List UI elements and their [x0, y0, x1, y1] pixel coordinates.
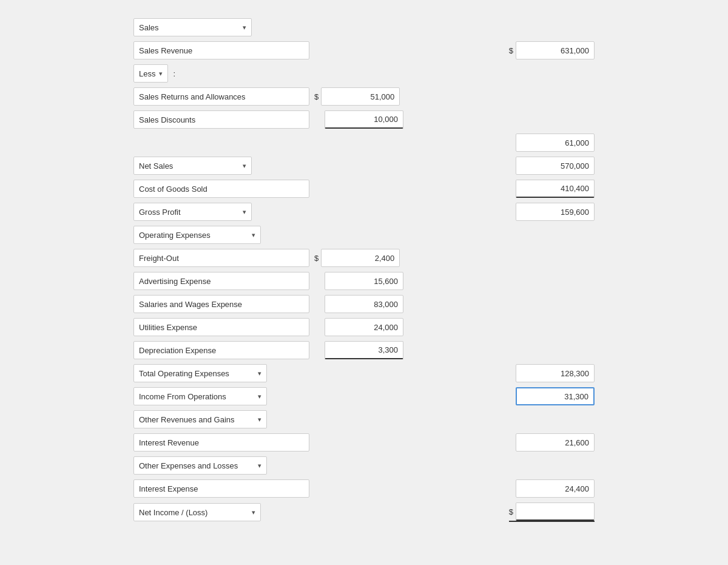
salaries-wages-input[interactable]	[325, 295, 403, 313]
net-sales-dropdown[interactable]: Net Sales ▾	[133, 157, 252, 175]
total-operating-expenses-input[interactable]	[516, 364, 595, 382]
advertising-expense-label: Advertising Expense	[133, 272, 309, 290]
gross-profit-dropdown[interactable]: Gross Profit ▾	[133, 203, 252, 221]
cogs-label: Cost of Goods Sold	[133, 180, 309, 198]
interest-revenue-input[interactable]	[516, 433, 595, 452]
less-subtotal-input[interactable]	[516, 134, 595, 152]
advertising-expense-input[interactable]	[325, 272, 403, 290]
sales-dropdown[interactable]: Sales ▾	[133, 18, 252, 36]
other-expenses-chevron-icon: ▾	[258, 462, 261, 470]
less-chevron-icon: ▾	[159, 70, 163, 78]
net-income-loss-input[interactable]	[516, 502, 595, 521]
sales-discounts-label: Sales Discounts	[133, 110, 309, 129]
other-revenues-gains-label: Other Revenues and Gains	[139, 415, 235, 424]
income-from-ops-chevron-icon: ▾	[258, 393, 261, 401]
sales-label: Sales	[139, 23, 159, 32]
net-income-loss-dropdown[interactable]: Net Income / (Loss) ▾	[133, 503, 261, 521]
net-sales-input[interactable]	[516, 157, 595, 175]
sales-returns-label: Sales Returns and Allowances	[133, 87, 309, 106]
utilities-expense-input[interactable]	[325, 318, 403, 336]
total-operating-expenses-label: Total Operating Expenses	[139, 369, 229, 378]
income-from-operations-input[interactable]	[516, 387, 595, 405]
cogs-input[interactable]	[516, 180, 595, 198]
sales-returns-input[interactable]	[321, 87, 400, 106]
other-revenues-chevron-icon: ▾	[258, 416, 261, 424]
salaries-wages-label: Salaries and Wages Expense	[133, 295, 309, 313]
interest-revenue-label: Interest Revenue	[133, 433, 309, 452]
income-from-operations-dropdown[interactable]: Income From Operations ▾	[133, 387, 267, 405]
depreciation-expense-input[interactable]	[325, 341, 403, 359]
net-income-chevron-icon: ▾	[252, 509, 255, 516]
other-revenues-gains-dropdown[interactable]: Other Revenues and Gains ▾	[133, 410, 267, 428]
dollar-sign-freight: $	[314, 254, 318, 263]
operating-expenses-label: Operating Expenses	[139, 231, 211, 240]
operating-expenses-dropdown[interactable]: Operating Expenses ▾	[133, 226, 261, 244]
net-income-loss-label: Net Income / (Loss)	[139, 508, 207, 517]
interest-expense-label: Interest Expense	[133, 479, 309, 498]
gross-profit-chevron-icon: ▾	[243, 208, 246, 216]
less-colon: :	[173, 69, 175, 78]
total-operating-expenses-dropdown[interactable]: Total Operating Expenses ▾	[133, 364, 267, 382]
less-dropdown[interactable]: Less ▾	[133, 64, 168, 83]
less-label: Less	[139, 69, 155, 78]
total-op-expenses-chevron-icon: ▾	[258, 370, 261, 377]
dollar-sign-sales-returns: $	[314, 92, 318, 101]
sales-discounts-input[interactable]	[325, 110, 403, 129]
gross-profit-label: Gross Profit	[139, 208, 181, 217]
utilities-expense-label: Utilities Expense	[133, 318, 309, 336]
freight-out-input[interactable]	[321, 249, 400, 267]
freight-out-label: Freight-Out	[133, 249, 309, 267]
sales-revenue-input[interactable]	[516, 41, 595, 59]
gross-profit-input[interactable]	[516, 203, 595, 221]
net-sales-chevron-icon: ▾	[243, 162, 246, 170]
other-expenses-losses-dropdown[interactable]: Other Expenses and Losses ▾	[133, 456, 267, 475]
other-expenses-losses-label: Other Expenses and Losses	[139, 461, 238, 470]
dollar-sign-net-income: $	[509, 507, 513, 516]
interest-expense-input[interactable]	[516, 479, 595, 498]
operating-expenses-chevron-icon: ▾	[252, 231, 255, 239]
dollar-sign-sales-revenue: $	[509, 46, 513, 55]
depreciation-expense-label: Depreciation Expense	[133, 341, 309, 359]
net-sales-label: Net Sales	[139, 161, 173, 171]
sales-revenue-label: Sales Revenue	[133, 41, 309, 59]
income-from-operations-label: Income From Operations	[139, 392, 226, 401]
sales-chevron-icon: ▾	[243, 24, 246, 32]
